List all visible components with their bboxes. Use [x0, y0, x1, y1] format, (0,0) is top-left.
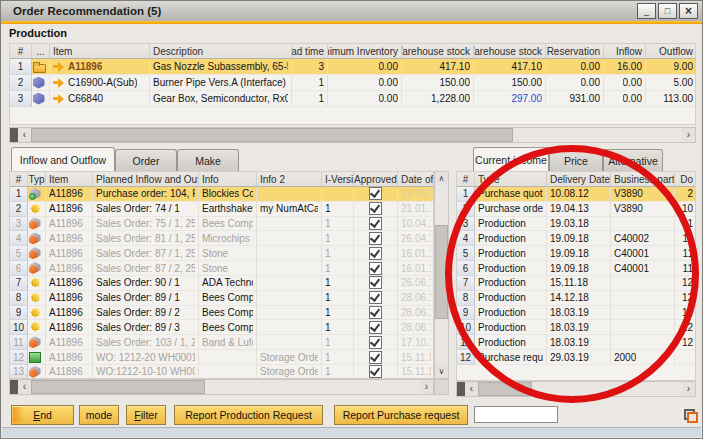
cell[interactable]: [354, 231, 398, 246]
cell[interactable]: [354, 246, 398, 261]
cell[interactable]: 1: [10, 59, 32, 75]
cell[interactable]: Band & Lufel: [199, 335, 257, 350]
cell[interactable]: C40001: [611, 261, 675, 276]
column-header[interactable]: Planned Inflow and Outflow: [93, 172, 199, 187]
cell[interactable]: 19.09.18: [547, 246, 611, 261]
cell[interactable]: [354, 217, 398, 232]
cell[interactable]: [28, 306, 46, 321]
cell[interactable]: [354, 276, 398, 291]
cell[interactable]: [28, 217, 46, 232]
cell[interactable]: WO:1212-10-10 WH000159: [93, 365, 199, 379]
cell[interactable]: [354, 365, 398, 379]
scroll-right-icon[interactable]: ›: [682, 128, 695, 142]
check-icon[interactable]: [369, 217, 382, 230]
check-icon[interactable]: [369, 202, 382, 215]
cell[interactable]: A11896: [50, 59, 150, 75]
cell[interactable]: Earthshaker Cor: [199, 202, 257, 217]
cell[interactable]: [354, 187, 398, 202]
cell[interactable]: Bees Computers: [199, 320, 257, 335]
cell[interactable]: [257, 231, 322, 246]
cell[interactable]: 150.00: [402, 75, 474, 91]
cell[interactable]: A11896: [46, 217, 93, 232]
cell[interactable]: Gas Nozzle Subassembly, 65-50254: [150, 59, 292, 75]
column-header[interactable]: Delivery Date: [547, 172, 611, 187]
cell[interactable]: 0.00: [328, 59, 402, 75]
check-icon[interactable]: [369, 306, 382, 319]
cell[interactable]: ADA Technolog: [199, 276, 257, 291]
cell[interactable]: Purchase request: [475, 350, 547, 365]
scroll-up-icon[interactable]: ∧: [435, 172, 448, 185]
cell[interactable]: C16900-A(Sub): [50, 75, 150, 91]
form-resize-icon[interactable]: [684, 409, 698, 423]
maximize-button[interactable]: □: [658, 3, 677, 19]
cell[interactable]: 19.09.18: [547, 261, 611, 276]
cell[interactable]: 417.10: [402, 59, 474, 75]
cell[interactable]: [28, 291, 46, 306]
check-icon[interactable]: [369, 365, 382, 378]
scrollbar-thumb[interactable]: [435, 225, 448, 319]
cell[interactable]: A11896: [46, 202, 93, 217]
column-header[interactable]: ...: [32, 44, 50, 59]
mode-button[interactable]: mode: [79, 405, 119, 425]
cell[interactable]: 4: [457, 231, 475, 246]
cell[interactable]: 13: [10, 365, 28, 379]
close-button[interactable]: ×: [679, 3, 698, 19]
report-purchase-request-button[interactable]: Report Purchase request: [334, 405, 468, 425]
cell[interactable]: 12: [675, 320, 696, 335]
cell[interactable]: [611, 217, 675, 232]
cell[interactable]: 10: [10, 320, 28, 335]
cell[interactable]: 1: [322, 335, 354, 350]
cell[interactable]: [28, 202, 46, 217]
cell[interactable]: Purchase quotatio: [475, 187, 547, 202]
cell[interactable]: A11896: [46, 306, 93, 321]
cell[interactable]: [322, 187, 354, 202]
cell[interactable]: Production: [475, 335, 547, 350]
cell[interactable]: 0.00: [604, 91, 646, 107]
cell[interactable]: 3: [10, 217, 28, 232]
cell[interactable]: 417.10: [474, 59, 546, 75]
check-icon[interactable]: [369, 321, 382, 334]
cell[interactable]: Production: [475, 231, 547, 246]
cell[interactable]: Sales Order: 87 / 1, 2511218: [93, 246, 199, 261]
cell[interactable]: 15.11.18: [398, 350, 434, 365]
cell[interactable]: A11896: [46, 187, 93, 202]
cell[interactable]: 0.00: [328, 91, 402, 107]
cell[interactable]: Production: [475, 276, 547, 291]
cell[interactable]: Storage Order: [257, 365, 322, 379]
cell[interactable]: 3: [457, 217, 475, 232]
cell[interactable]: 2: [675, 187, 696, 202]
left-hscrollbar[interactable]: ‹ ›: [9, 379, 434, 395]
check-icon[interactable]: [369, 232, 382, 245]
cell[interactable]: [611, 335, 675, 350]
cell[interactable]: 1: [322, 202, 354, 217]
check-icon[interactable]: [369, 187, 382, 200]
column-header[interactable]: Minimum Inventory: [328, 44, 402, 59]
scrollbar-track[interactable]: [513, 128, 682, 142]
column-header[interactable]: Typ: [28, 172, 46, 187]
cell[interactable]: 10.04.16: [398, 217, 434, 232]
cell[interactable]: 28.06.17: [398, 306, 434, 321]
cell[interactable]: A11896: [46, 231, 93, 246]
column-header[interactable]: #: [457, 172, 475, 187]
cell[interactable]: 18.03.19: [547, 320, 611, 335]
cell[interactable]: Sales Order: 81 / 1, 2511218: [93, 231, 199, 246]
scrollbar-track[interactable]: [435, 185, 448, 365]
cell[interactable]: 15.11.18: [547, 276, 611, 291]
cell[interactable]: [257, 320, 322, 335]
cell[interactable]: A11896: [46, 261, 93, 276]
cell[interactable]: A11896: [46, 365, 93, 379]
cell[interactable]: [28, 187, 46, 202]
check-icon[interactable]: [369, 291, 382, 304]
cell[interactable]: WO: 1212-20 WH000159: [93, 350, 199, 365]
cell[interactable]: 16.01.17: [398, 261, 434, 276]
report-production-request-button[interactable]: Report Production Request: [174, 405, 323, 425]
cell[interactable]: Sales Order: 90 / 1: [93, 276, 199, 291]
cell[interactable]: 3: [10, 91, 32, 107]
cell[interactable]: 12: [675, 306, 696, 321]
cell[interactable]: 11: [675, 231, 696, 246]
column-header[interactable]: Info: [199, 172, 257, 187]
cell[interactable]: [32, 91, 50, 107]
cell[interactable]: [675, 350, 696, 365]
tab-alternative[interactable]: Alternative: [603, 149, 663, 171]
cell[interactable]: 1: [322, 291, 354, 306]
